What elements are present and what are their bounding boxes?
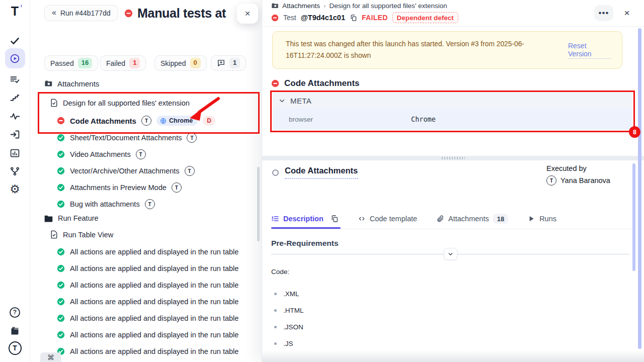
- status-circle-icon: [272, 169, 279, 176]
- copy-icon[interactable]: [350, 14, 357, 22]
- comments-count: 1: [229, 58, 240, 68]
- tree-test-passed[interactable]: All actions are applied and displayed in…: [57, 264, 238, 273]
- bullet-icon: [274, 293, 277, 295]
- skipped-label: Skipped: [160, 59, 186, 67]
- tree-test-passed[interactable]: Bug with attachments Tʼ: [57, 199, 155, 209]
- collapse-section-button[interactable]: [444, 248, 457, 260]
- tree-label: Bug with attachments: [70, 200, 140, 208]
- back-to-run-button[interactable]: « Run #44b177dd: [44, 5, 118, 21]
- meta-value: Chrome: [411, 115, 436, 123]
- document-check-icon: [50, 99, 58, 107]
- tests-icon[interactable]: [9, 34, 22, 47]
- close-icon: ×: [624, 8, 629, 19]
- filter-passed[interactable]: Passed 16: [44, 55, 98, 71]
- tree-test-passed[interactable]: Sheet/Text/Document Attachments Tʼ: [57, 133, 197, 143]
- failed-status-icon: [57, 117, 65, 125]
- suite-label: Attachments: [57, 79, 99, 88]
- panel-splitter[interactable]: [262, 156, 644, 160]
- reports-icon[interactable]: [9, 146, 22, 159]
- tree-group-design[interactable]: Design for all supported files' extensio…: [50, 99, 190, 107]
- tree-test-passed[interactable]: Attachments in Preview Mode Tʼ: [57, 183, 182, 193]
- tab-description[interactable]: Description: [271, 215, 339, 223]
- tree-test-passed[interactable]: All actions are applied and displayed in…: [57, 298, 238, 306]
- tree-test-passed[interactable]: All actions are applied and displayed in…: [57, 331, 238, 339]
- camera-icon: [44, 79, 53, 88]
- import-icon[interactable]: [9, 128, 22, 141]
- tree-test-passed[interactable]: All actions are applied and displayed in…: [57, 347, 238, 355]
- defect-badge[interactable]: D: [203, 116, 215, 126]
- skipped-count: 0: [190, 58, 201, 68]
- bullet-item: .JSON: [274, 323, 303, 331]
- tree-label: Run Table View: [63, 231, 113, 239]
- tree-test-passed[interactable]: All actions are applied and displayed in…: [57, 248, 238, 256]
- tree-test-passed[interactable]: All actions are applied and displayed in…: [57, 281, 238, 289]
- dependent-defect-badge[interactable]: Dependent defect: [392, 12, 458, 23]
- tree-group-run-table-view[interactable]: Run Table View: [50, 230, 113, 239]
- detail-tabs: Description Code template Attachments 18…: [271, 214, 556, 224]
- assignee-avatar: Tʼ: [141, 116, 151, 126]
- app-logo[interactable]: Tʼ: [9, 5, 22, 18]
- breadcrumb-root[interactable]: Attachments: [282, 2, 320, 10]
- app-sidebar: Tʼ ⚙ ? Tʼ: [0, 0, 30, 362]
- tree-test-passed[interactable]: Video Attachments Tʼ: [57, 149, 146, 159]
- test-detail-panel: Attachments › Design for all supported f…: [262, 0, 644, 362]
- projects-icon[interactable]: [9, 324, 22, 337]
- tab-attachments[interactable]: Attachments 18: [436, 214, 508, 224]
- tab-runs[interactable]: Runs: [527, 215, 556, 223]
- plans-icon[interactable]: [9, 73, 22, 86]
- steps-icon[interactable]: [9, 91, 22, 104]
- reset-version-link[interactable]: Reset Version: [568, 42, 611, 59]
- panel-scrollbar[interactable]: [638, 28, 641, 349]
- meta-row-browser: browser Chrome: [273, 109, 632, 130]
- settings-icon[interactable]: ⚙: [9, 183, 22, 196]
- assignee-avatar: Tʼ: [145, 199, 155, 209]
- suite-attachments[interactable]: Attachments: [44, 79, 99, 88]
- run-title: Manual tests at: [124, 6, 238, 21]
- workspace-avatar[interactable]: Tʼ: [9, 341, 22, 354]
- play-icon: [527, 215, 535, 223]
- meta-section-header[interactable]: META: [273, 93, 632, 109]
- comment-plus-icon: [217, 59, 225, 67]
- more-menu-button[interactable]: •••: [594, 5, 613, 21]
- shortcut-hint: ⌘: [40, 352, 61, 362]
- filter-skipped[interactable]: Skipped 0: [154, 55, 207, 71]
- runs-icon-active[interactable]: [5, 48, 25, 68]
- tab-code-template[interactable]: Code template: [358, 215, 417, 223]
- panel-close-button[interactable]: ×: [237, 4, 258, 24]
- breadcrumb-current: Design for all supported files' extensio…: [329, 2, 447, 10]
- executed-by-label: Executed by: [546, 164, 637, 172]
- branch-icon[interactable]: [9, 164, 22, 177]
- passed-status-icon: [57, 200, 65, 208]
- tree-test-passed[interactable]: All actions are applied and displayed in…: [57, 314, 238, 322]
- copy-icon[interactable]: [331, 215, 339, 223]
- filter-comments[interactable]: 1: [211, 55, 246, 71]
- globe-icon: [160, 118, 167, 124]
- tree-test-code-attachments[interactable]: Code Attachments Tʼ Chrome D: [57, 116, 215, 126]
- browser-badge[interactable]: Chrome: [156, 116, 198, 126]
- help-icon[interactable]: ?: [9, 306, 22, 319]
- assignee-avatar: Tʼ: [172, 183, 182, 193]
- annotation-step-badge: 8: [629, 126, 640, 138]
- detail-close-button[interactable]: ×: [621, 8, 632, 19]
- test-header-line: Test @T9d4c1c01 FAILED Dependent defect: [271, 12, 458, 23]
- tree-label: All actions are applied and displayed in…: [70, 248, 238, 256]
- left-panel-scrollbar[interactable]: [257, 167, 260, 241]
- test-id: @T9d4c1c01: [301, 14, 345, 22]
- code-label: Code:: [271, 268, 289, 276]
- assignee-avatar: Tʼ: [185, 166, 195, 176]
- inner-scrollbar[interactable]: [632, 163, 635, 271]
- test-title-heading: Code Attachments: [272, 166, 358, 179]
- bullet-icon: [274, 326, 277, 328]
- tree-folder-run-feature[interactable]: Run Feature: [44, 214, 99, 222]
- passed-status-icon: [57, 248, 65, 256]
- tree-label: Vector/Archive/Other Attachments: [70, 167, 180, 175]
- tree-test-passed[interactable]: Vector/Archive/Other Attachments Tʼ: [57, 166, 195, 176]
- ordered-list-icon: [271, 215, 279, 223]
- passed-status-icon: [57, 264, 65, 273]
- logo-accent: ʼ: [20, 4, 22, 11]
- drag-handle-icon: [442, 157, 465, 159]
- filter-failed[interactable]: Failed 1: [100, 55, 146, 71]
- pulse-icon[interactable]: [9, 110, 22, 123]
- test-title-text[interactable]: Code Attachments: [285, 166, 358, 179]
- prerequirements-heading: Pre-Requirements: [271, 239, 339, 248]
